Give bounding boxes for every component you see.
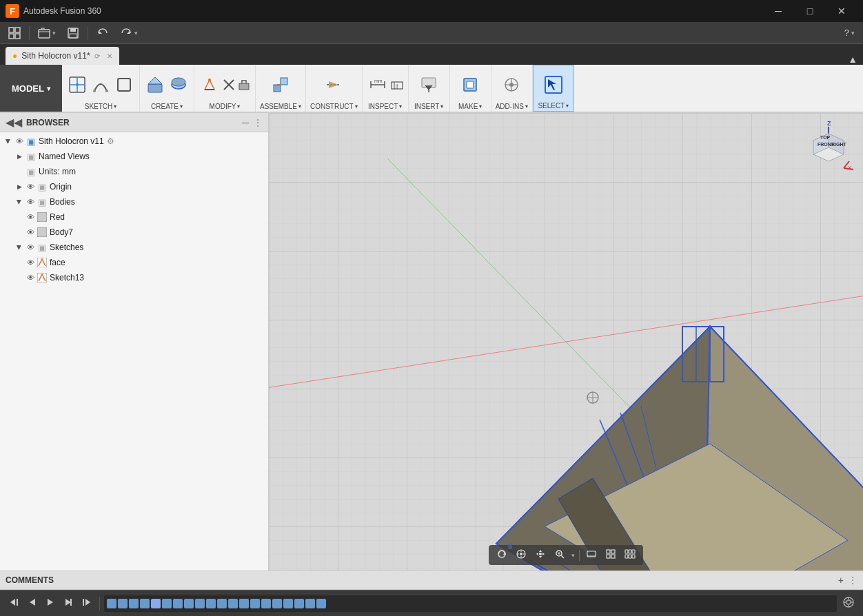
tl-keyframe-17[interactable]	[283, 599, 293, 608]
look-at-button[interactable]	[512, 547, 530, 563]
ribbon-group-sketch[interactable]: SKETCH ▾	[62, 65, 140, 112]
svg-marker-18	[148, 77, 162, 84]
comments-add-button[interactable]: +	[838, 575, 844, 586]
timeline-play-button[interactable]	[43, 596, 58, 611]
sketches-visibility-icon[interactable]: 👁	[25, 243, 36, 251]
zoom-button[interactable]	[551, 547, 569, 563]
tl-keyframe-8[interactable]	[184, 599, 194, 608]
tl-keyframe-14[interactable]	[250, 599, 260, 608]
sketch13-visibility-icon[interactable]: 👁	[25, 274, 36, 282]
timeline-first-button[interactable]	[6, 595, 22, 612]
tl-keyframe-5[interactable]	[151, 599, 161, 608]
viewport[interactable]: Z FRONT RIGHT TOP X	[269, 113, 863, 571]
tab-collapse-button[interactable]: ▲	[848, 54, 863, 65]
root-settings-icon[interactable]: ⚙	[107, 136, 114, 146]
tl-keyframe-10[interactable]	[206, 599, 216, 608]
grid-display-button[interactable]	[602, 547, 620, 563]
tl-keyframe-11[interactable]	[217, 599, 227, 608]
root-label: Sith Holocron v11	[39, 136, 104, 146]
tl-keyframe-3[interactable]	[129, 599, 139, 608]
tl-keyframe-16[interactable]	[272, 599, 282, 608]
comments-resize-handle[interactable]: ⋮	[848, 575, 857, 586]
browser-sketches-item[interactable]: ▶ 👁 ▣ Sketches	[0, 240, 268, 255]
undo-button[interactable]	[92, 24, 113, 42]
maximize-button[interactable]: □	[794, 0, 826, 22]
timeline-track[interactable]	[104, 595, 837, 612]
ribbon-group-modify[interactable]: MODIFY ▾	[194, 65, 256, 112]
addins-icon-1	[500, 74, 522, 96]
tl-keyframe-15[interactable]	[261, 599, 271, 608]
insert-icons	[418, 68, 440, 101]
ribbon-group-create[interactable]: CREATE ▾	[140, 65, 194, 112]
timeline-last-button[interactable]	[79, 595, 95, 612]
ribbon-group-addins[interactable]: ADD-INS ▾	[491, 65, 533, 112]
ribbon-group-construct[interactable]: CONSTRUCT ▾	[306, 65, 363, 112]
bodies-arrow[interactable]: ▶	[16, 196, 23, 207]
zoom-menu-arrow[interactable]: ▾	[570, 552, 576, 559]
ribbon-group-select[interactable]: SELECT ▾	[533, 65, 574, 112]
tl-keyframe-4[interactable]	[140, 599, 150, 608]
open-button[interactable]: ▾	[34, 24, 60, 42]
orbit-button[interactable]	[493, 547, 511, 563]
nav-back-button[interactable]: ◀◀	[6, 116, 22, 129]
tl-keyframe-12[interactable]	[228, 599, 238, 608]
timeline-prev-button[interactable]	[25, 596, 40, 611]
origin-arrow[interactable]: ▶	[14, 183, 25, 190]
pan-button[interactable]	[531, 547, 549, 563]
tl-keyframe-19[interactable]	[305, 599, 315, 608]
tl-keyframe-9[interactable]	[195, 599, 205, 608]
svg-rect-105	[632, 550, 635, 553]
browser-root-item[interactable]: ▶ 👁 ▣ Sith Holocron v11 ⚙	[0, 134, 268, 149]
ribbon-group-insert[interactable]: INSERT ▾	[409, 65, 450, 112]
timeline-next-button[interactable]	[61, 596, 76, 611]
tl-keyframe-6[interactable]	[162, 599, 172, 608]
root-visibility-icon[interactable]: 👁	[14, 137, 25, 145]
toolbar-separator	[29, 26, 30, 40]
document-tab[interactable]: ● Sith Holocron v11* ⟳ ✕	[6, 47, 119, 65]
tab-close-button[interactable]: ✕	[107, 52, 112, 60]
browser-bodies-item[interactable]: ▶ 👁 ▣ Bodies	[0, 194, 268, 209]
ribbon-group-assemble[interactable]: ASSEMBLE ▾	[256, 65, 306, 112]
browser-red-item[interactable]: 👁 Red	[0, 209, 268, 225]
browser-collapse-button[interactable]: ─	[242, 117, 249, 128]
timeline-settings-button[interactable]	[840, 596, 857, 611]
svg-text:RIGHT: RIGHT	[831, 142, 847, 147]
origin-visibility-icon[interactable]: 👁	[25, 183, 36, 191]
body7-visibility-icon[interactable]: 👁	[25, 228, 36, 236]
browser-face-item[interactable]: 👁 face	[0, 255, 268, 270]
ribbon-group-inspect[interactable]: mm || INSPECT ▾	[363, 65, 409, 112]
navigation-cube[interactable]: Z FRONT RIGHT TOP X	[801, 120, 856, 175]
redo-button[interactable]: ▾	[116, 24, 142, 42]
model-dropdown-button[interactable]: MODEL ▾	[0, 65, 62, 112]
grid-toggle-button[interactable]	[4, 24, 25, 42]
named-views-arrow[interactable]: ▶	[14, 153, 25, 160]
root-expand-arrow[interactable]: ▶	[5, 136, 12, 147]
bodies-visibility-icon[interactable]: 👁	[25, 198, 36, 206]
minimize-button[interactable]: ─	[762, 0, 794, 22]
red-visibility-icon[interactable]: 👁	[25, 213, 36, 221]
tl-keyframe-2[interactable]	[118, 599, 128, 608]
addins-label: ADD-INS ▾	[496, 103, 528, 110]
make-label: MAKE ▾	[458, 103, 482, 110]
browser-resize-handle[interactable]: ⋮	[253, 117, 263, 128]
tl-keyframe-13[interactable]	[239, 599, 249, 608]
browser-body7-item[interactable]: 👁 Body7	[0, 225, 268, 240]
ribbon-group-make[interactable]: MAKE ▾	[450, 65, 491, 112]
help-button[interactable]: ? ▾	[840, 24, 859, 42]
tl-keyframe-7[interactable]	[173, 599, 183, 608]
browser-named-views-item[interactable]: ▶ ▣ Named Views	[0, 149, 268, 164]
svg-marker-9	[127, 30, 130, 34]
save-button[interactable]	[63, 24, 83, 42]
face-visibility-icon[interactable]: 👁	[25, 258, 36, 267]
tl-keyframe-1[interactable]	[107, 599, 116, 608]
tl-keyframe-18[interactable]	[294, 599, 304, 608]
more-display-button[interactable]	[621, 547, 639, 563]
sketches-arrow[interactable]: ▶	[16, 242, 23, 253]
svg-rect-1	[15, 28, 20, 32]
tl-keyframe-20[interactable]	[316, 599, 326, 608]
close-button[interactable]: ✕	[826, 0, 857, 22]
browser-sketch13-item[interactable]: 👁 Sketch13	[0, 270, 268, 285]
display-settings-button[interactable]	[582, 547, 600, 563]
browser-origin-item[interactable]: ▶ 👁 ▣ Origin	[0, 179, 268, 194]
svg-rect-99	[607, 550, 610, 553]
